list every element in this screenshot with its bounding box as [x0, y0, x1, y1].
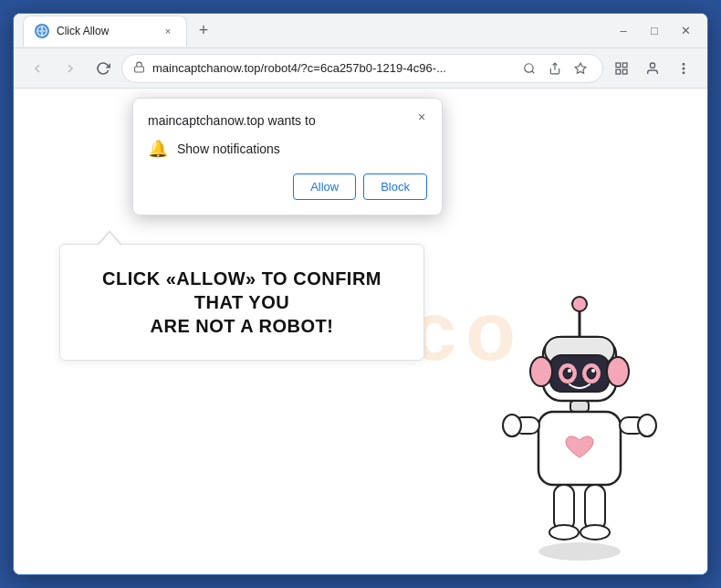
- svg-rect-34: [585, 485, 605, 530]
- tab-title: Click Allow: [57, 25, 109, 37]
- close-button[interactable]: ✕: [673, 18, 698, 44]
- captcha-line1: CLICK «ALLOW» TO CONFIRM THAT YOU: [88, 267, 396, 314]
- maximize-button[interactable]: □: [642, 18, 667, 44]
- bell-icon: 🔔: [148, 139, 168, 159]
- svg-point-15: [572, 297, 587, 311]
- svg-point-37: [538, 542, 621, 561]
- tab-strip: Click Allow × +: [23, 16, 603, 47]
- forward-button[interactable]: [56, 54, 85, 83]
- svg-point-13: [683, 72, 684, 73]
- window-controls: – □ ✕: [611, 18, 698, 44]
- notification-popup: × maincaptchanow.top wants to 🔔 Show not…: [132, 98, 443, 215]
- minimize-button[interactable]: –: [611, 18, 636, 44]
- svg-point-24: [591, 369, 595, 373]
- profile-icon[interactable]: [638, 54, 667, 83]
- popup-buttons: Allow Block: [148, 173, 427, 200]
- bookmark-icon[interactable]: [569, 58, 591, 79]
- svg-point-2: [525, 63, 533, 71]
- address-icons: [518, 58, 591, 79]
- svg-point-36: [580, 525, 610, 540]
- svg-point-32: [638, 415, 656, 436]
- captcha-line2: ARE NOT A ROBOT!: [88, 314, 396, 338]
- svg-rect-1: [135, 66, 144, 71]
- nav-bar: maincaptchanow.top/robot4/?c=6ca257b0-12…: [14, 48, 707, 89]
- svg-marker-5: [575, 63, 586, 73]
- svg-point-25: [530, 357, 552, 386]
- svg-rect-33: [554, 485, 574, 530]
- robot-illustration: [479, 282, 680, 574]
- active-tab[interactable]: Click Allow ×: [23, 16, 187, 47]
- popup-notification-text: Show notifications: [177, 142, 280, 156]
- extensions-icon[interactable]: [607, 54, 636, 83]
- tab-close-button[interactable]: ×: [161, 24, 175, 38]
- new-tab-button[interactable]: +: [191, 18, 216, 44]
- popup-title: maincaptchanow.top wants to: [148, 113, 427, 128]
- allow-button[interactable]: Allow: [293, 173, 356, 200]
- svg-rect-7: [622, 63, 627, 68]
- svg-point-23: [568, 369, 571, 373]
- captcha-box: CLICK «ALLOW» TO CONFIRM THAT YOU ARE NO…: [59, 244, 424, 361]
- popup-notification-row: 🔔 Show notifications: [148, 139, 427, 159]
- svg-rect-8: [622, 69, 627, 74]
- svg-line-3: [532, 70, 535, 73]
- svg-rect-9: [616, 69, 621, 74]
- page-content: risk.co × maincaptchanow.top wants to 🔔 …: [14, 89, 707, 574]
- block-button[interactable]: Block: [363, 173, 427, 200]
- svg-point-30: [503, 415, 521, 436]
- svg-point-35: [549, 525, 579, 540]
- nav-right-icons: [607, 54, 698, 83]
- svg-rect-27: [570, 401, 589, 412]
- address-text: maincaptchanow.top/robot4/?c=6ca257b0-12…: [152, 61, 511, 75]
- svg-rect-6: [616, 63, 621, 68]
- svg-point-10: [650, 63, 654, 68]
- svg-point-12: [683, 68, 684, 68]
- svg-point-11: [683, 63, 684, 64]
- title-bar: Click Allow × + – □ ✕: [14, 14, 707, 48]
- menu-icon[interactable]: [669, 54, 698, 83]
- reload-button[interactable]: [89, 54, 118, 83]
- back-button[interactable]: [23, 54, 52, 83]
- svg-point-26: [607, 357, 629, 386]
- browser-window: Click Allow × + – □ ✕ maincaptchanow.top…: [13, 13, 708, 575]
- share-icon[interactable]: [544, 58, 566, 79]
- search-icon[interactable]: [518, 58, 540, 79]
- tab-favicon: [35, 24, 49, 38]
- lock-icon: [133, 61, 145, 76]
- address-bar[interactable]: maincaptchanow.top/robot4/?c=6ca257b0-12…: [121, 54, 603, 83]
- popup-close-button[interactable]: ×: [411, 106, 433, 128]
